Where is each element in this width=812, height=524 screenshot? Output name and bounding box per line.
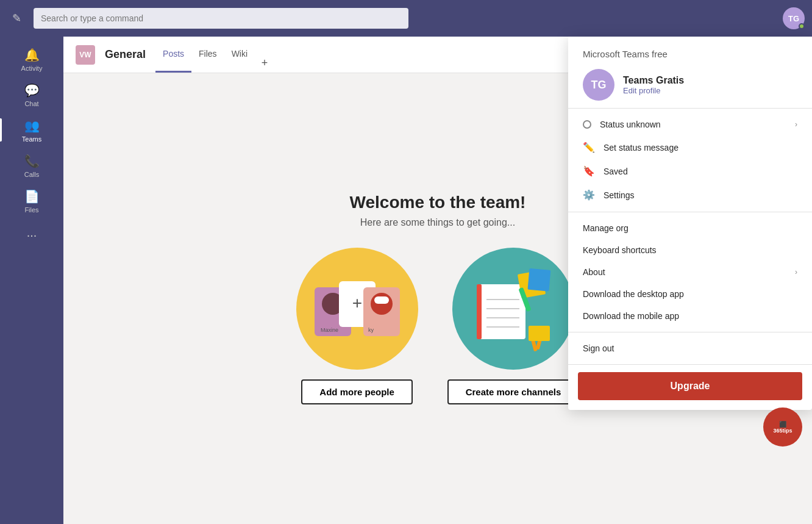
sign-out-section: Sign out [568,332,812,365]
settings-label: Settings [604,190,797,200]
status-circle-icon [583,120,591,129]
upgrade-button[interactable]: Upgrade [578,372,802,400]
chat-icon: 💬 [24,83,40,98]
create-channels-svg [458,254,568,364]
sign-out-label: Sign out [583,343,797,353]
badge-365tips[interactable]: ⬛ 365tips [763,407,802,447]
set-status-icon: ✏️ [583,142,595,153]
dropdown-profile-info: Teams Gratis Edit profile [623,75,684,95]
sidebar-item-calls-label: Calls [24,171,39,178]
more-apps-button[interactable]: ··· [22,223,42,247]
svg-rect-16 [527,268,550,292]
sidebar-item-chat-label: Chat [24,100,38,107]
saved-icon: 🔖 [583,165,595,177]
search-bar[interactable] [34,8,408,29]
sign-out-button[interactable]: Sign out [568,337,812,359]
team-avatar: VW [76,45,95,65]
svg-rect-20 [529,326,550,341]
sidebar-item-activity-label: Activity [21,65,43,72]
sidebar-item-teams-label: Teams [22,135,41,143]
add-tab-button[interactable]: + [255,53,274,73]
dropdown-menu-section: Manage org Keyboard shortcuts About › Do… [568,212,812,332]
dropdown-item-settings[interactable]: ⚙️ Settings [568,183,812,207]
tab-wiki[interactable]: Wiki [224,37,255,73]
edit-icon[interactable]: ✎ [7,7,26,30]
channel-tabs: Posts Files Wiki + [155,37,274,73]
sidebar-item-files[interactable]: 📄 Files [0,183,63,218]
svg-text:+: + [352,293,361,312]
dropdown-item-about[interactable]: About › [568,261,812,283]
dropdown-status-section: Status unknown › ✏️ Set status message 🔖… [568,109,812,212]
dropdown-header: Microsoft Teams free TG Teams Gratis Edi… [568,37,812,109]
dropdown-avatar: TG [583,69,614,101]
manage-org-label: Manage org [583,223,797,233]
dropdown-item-status[interactable]: Status unknown › [568,113,812,135]
sidebar-item-chat[interactable]: 💬 Chat [0,77,63,112]
create-more-channels-button[interactable]: Create more channels [447,379,580,404]
welcome-subtitle: Here are some things to get going... [360,217,515,228]
tab-files[interactable]: Files [191,37,224,73]
add-people-card: Maxine + ky Add more people [296,248,418,404]
dropdown-item-saved[interactable]: 🔖 Saved [568,159,812,183]
topbar: ✎ TG [0,0,812,37]
set-status-label: Set status message [604,143,797,153]
svg-rect-7 [374,296,389,304]
search-input[interactable] [41,13,401,23]
sidebar-item-teams[interactable]: 👥 Teams [0,112,63,148]
cards-row: Maxine + ky Add more people [296,248,580,404]
dropdown-item-set-status[interactable]: ✏️ Set status message [568,135,812,159]
add-people-illustration: Maxine + ky [296,248,418,370]
add-more-people-button[interactable]: Add more people [301,379,413,404]
dropdown-item-download-desktop[interactable]: Download the desktop app [568,283,812,305]
dropdown-app-name: Microsoft Teams free [583,49,797,59]
status-label: Status unknown [600,120,786,129]
download-mobile-label: Download the mobile app [583,311,797,321]
files-icon: 📄 [24,189,40,204]
svg-rect-10 [477,284,482,339]
activity-icon: 🔔 [24,48,40,62]
dropdown-item-download-mobile[interactable]: Download the mobile app [568,305,812,327]
tab-posts[interactable]: Posts [155,37,191,73]
sidebar-item-calls[interactable]: 📞 Calls [0,148,63,183]
download-desktop-label: Download the desktop app [583,289,797,299]
sidebar-item-files-label: Files [24,206,38,214]
teams-icon: 👥 [24,118,40,133]
status-dot [799,23,805,29]
dropdown-item-keyboard-shortcuts[interactable]: Keyboard shortcuts [568,239,812,261]
dropdown-profile: TG Teams Gratis Edit profile [583,69,797,101]
keyboard-shortcuts-label: Keyboard shortcuts [583,245,797,255]
create-channels-card: Create more channels [447,248,580,404]
svg-text:Maxine: Maxine [321,327,338,333]
about-chevron-icon: › [795,268,797,276]
sidebar-item-activity[interactable]: 🔔 Activity [0,41,63,77]
dropdown-plan-label: free [652,49,668,59]
user-avatar-button[interactable]: TG [783,7,805,29]
dropdown-item-manage-org[interactable]: Manage org [568,217,812,239]
profile-dropdown: Microsoft Teams free TG Teams Gratis Edi… [568,37,812,410]
add-people-svg: Maxine + ky [302,254,412,364]
svg-rect-9 [477,284,525,339]
saved-label: Saved [604,167,797,176]
chevron-right-icon: › [795,120,797,129]
dropdown-profile-name: Teams Gratis [623,75,684,86]
calls-icon: 📞 [24,154,40,168]
about-label: About [583,267,786,277]
svg-text:ky: ky [368,327,374,333]
create-channels-illustration [452,248,574,370]
edit-profile-link[interactable]: Edit profile [623,86,684,95]
channel-name: General [105,48,146,61]
welcome-title: Welcome to the team! [350,193,526,212]
settings-icon: ⚙️ [583,189,595,201]
sidebar: 🔔 Activity 💬 Chat 👥 Teams 📞 Calls 📄 File… [0,37,63,524]
